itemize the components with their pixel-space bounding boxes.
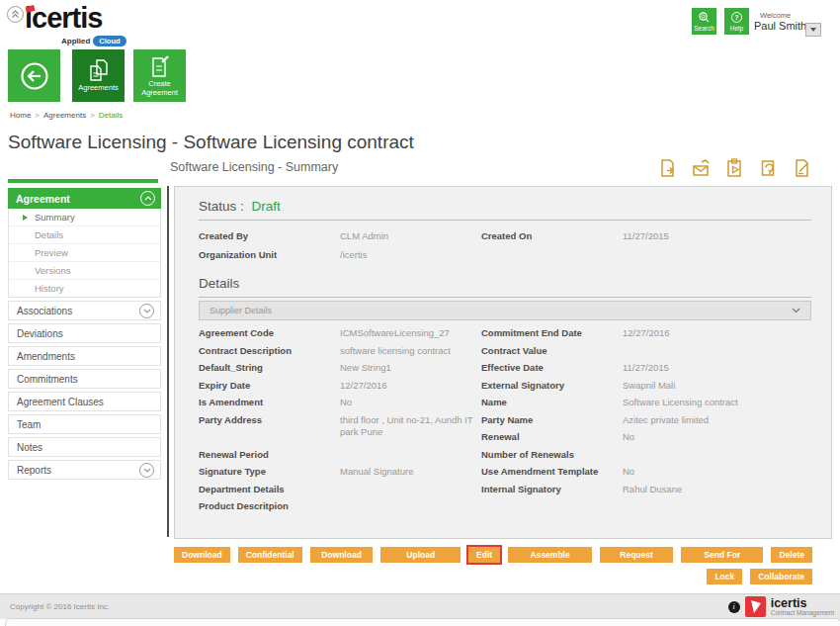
download-button[interactable]: Download <box>174 547 230 563</box>
field-value: Rahul Dusane <box>623 484 811 495</box>
sidebar-item-label: Preview <box>35 247 68 258</box>
footer: Copyright © 2016 Icertis Inc. i icertis … <box>0 593 840 619</box>
field-value: Azitec private limited <box>623 414 811 426</box>
upload-document-button[interactable]: Upload Document <box>380 547 461 563</box>
sidebar-section-label: Associations <box>17 306 72 316</box>
page-subtitle: Software Licensing - Summary <box>170 160 338 174</box>
sidebar-section-agreement[interactable]: Agreement <box>8 188 161 209</box>
sidebar-section-label: Notes <box>17 442 42 453</box>
user-menu-button[interactable] <box>805 23 821 37</box>
field-value: Software Licensing contract <box>623 397 811 408</box>
send-for-approval-button[interactable]: Send For Approval <box>681 547 763 563</box>
download-all-button[interactable]: Download All <box>310 547 374 563</box>
sidebar-section-label: Commitments <box>17 374 78 385</box>
agreement-subnav: Summary Details Preview Versions History <box>8 209 161 298</box>
field-label: Internal Signatory <box>481 484 623 494</box>
details-left-column: Agreement Code ICMSoftwareLicensing_27 C… <box>199 327 481 518</box>
field-label: Agreement Code <box>199 327 340 338</box>
lock-button[interactable]: Lock <box>707 569 742 584</box>
assemble-contract-button[interactable]: Assemble Contract <box>508 547 592 563</box>
status-row: Status : Draft <box>199 199 811 214</box>
chevron-down-circle-icon[interactable] <box>139 304 154 318</box>
field-label: Renewal <box>481 431 623 442</box>
sidebar-section-amendments[interactable]: Amendments <box>8 346 161 366</box>
breadcrumb-home[interactable]: Home <box>10 111 31 120</box>
sidebar-section-commitments[interactable]: Commitments <box>8 369 161 389</box>
field-row: Party Address third floor , Unit no-21, … <box>199 414 481 449</box>
agreements-documents-icon <box>86 58 112 84</box>
sidebar-item-history[interactable]: History <box>9 280 160 297</box>
sidebar-section-notes[interactable]: Notes <box>8 437 161 457</box>
sidebar-item-details[interactable]: Details <box>9 226 160 244</box>
agreement-section-label: Agreement <box>16 193 70 205</box>
sidebar-section-associations[interactable]: Associations <box>8 301 161 320</box>
breadcrumb-details: Details <box>99 111 123 120</box>
sidebar-item-preview[interactable]: Preview <box>9 244 160 262</box>
org-unit-value: /icertis <box>340 249 481 260</box>
field-label: Renewal Period <box>199 449 340 460</box>
icertis-logo: icertis <box>25 1 102 35</box>
sidebar-item-summary[interactable]: Summary <box>9 209 160 226</box>
chevron-down-circle-icon[interactable] <box>139 463 154 478</box>
field-row: Product Descritpion <box>199 500 481 518</box>
details-group-dropdown[interactable]: Supplier Details <box>199 301 811 320</box>
back-arrow-icon <box>19 60 50 92</box>
search-button[interactable]: Search <box>692 8 716 35</box>
chevron-up-circle-icon[interactable] <box>140 191 155 206</box>
created-on-value: 11/27/2015 <box>623 230 811 241</box>
field-value: 12/27/2016 <box>623 327 811 339</box>
tagline-text: Applied <box>61 37 90 45</box>
field-label: Use Amendment Template <box>481 466 623 477</box>
chevron-down-icon <box>810 28 816 32</box>
field-label: External Signatory <box>481 380 623 391</box>
field-row: Contract Description software licensing … <box>199 345 481 363</box>
field-label: Name <box>481 397 623 407</box>
active-item-arrow-icon <box>23 215 28 221</box>
delete-button[interactable]: Delete <box>771 547 812 563</box>
info-icon[interactable]: i <box>728 601 740 613</box>
request-review-button[interactable]: Request Review <box>600 547 673 563</box>
field-label: Commitment End Date <box>481 327 623 338</box>
sidebar-section-label: Reports <box>17 465 51 476</box>
field-value: No <box>340 397 481 408</box>
edit-button[interactable]: Edit <box>468 547 500 563</box>
icertis-logo-mark <box>745 596 766 617</box>
send-email-icon[interactable] <box>690 157 712 183</box>
field-label: Contract Description <box>199 345 340 356</box>
sidebar-section-reports[interactable]: Reports <box>8 460 161 480</box>
field-label: Signature Type <box>199 466 340 477</box>
active-tab-indicator <box>8 179 158 183</box>
created-by-value: CLM Admin <box>340 230 481 241</box>
field-row: Renewal No <box>481 431 811 449</box>
cloud-badge: Cloud <box>93 36 126 46</box>
field-label: Expiry Date <box>199 380 340 391</box>
field-row: Department Details <box>199 484 481 501</box>
confidential-button[interactable]: Confidential <box>238 547 302 563</box>
help-icon: ? <box>730 11 743 24</box>
sidebar-section-deviations[interactable]: Deviations <box>8 323 161 343</box>
collaborate-button[interactable]: Collaborate <box>750 569 812 584</box>
copy-document-icon[interactable] <box>757 157 779 183</box>
sign-document-icon[interactable] <box>791 157 812 183</box>
field-row: Is Amendment No <box>199 397 481 414</box>
field-row: Agreement Code ICMSoftwareLicensing_27 <box>199 327 481 345</box>
clipboard-report-icon[interactable] <box>723 157 745 183</box>
sidebar-section-team[interactable]: Team <box>8 414 161 434</box>
action-button-area: Download Confidential Download All Uploa… <box>174 547 812 590</box>
nav-create-agreement-tile[interactable]: Create Agreement <box>133 49 186 102</box>
back-button[interactable] <box>8 49 60 102</box>
help-button[interactable]: ? Help <box>724 8 749 35</box>
field-value: third floor , Unit no-21, Aundh IT park … <box>340 414 481 438</box>
sidebar-item-versions[interactable]: Versions <box>9 262 160 280</box>
collapse-header-icon[interactable] <box>7 6 24 23</box>
dropdown-selected-value: Supplier Details <box>210 306 272 315</box>
footer-brand-subtitle: Contract Management <box>771 609 834 617</box>
breadcrumb-agreements[interactable]: Agreements <box>43 111 86 120</box>
details-right-column: Commitment End Date 12/27/2016 Contract … <box>481 327 811 518</box>
field-row: Party Name Azitec private limited <box>481 414 811 432</box>
summary-panel: Status : Draft Created By CLM Admin Crea… <box>174 186 832 539</box>
field-row: External Signatory Swapnil Mali <box>481 380 811 398</box>
nav-agreements-tile[interactable]: Agreements <box>72 49 125 102</box>
sidebar-section-agreement-clauses[interactable]: Agreement Clauses <box>8 392 161 411</box>
export-document-icon[interactable] <box>656 157 678 183</box>
